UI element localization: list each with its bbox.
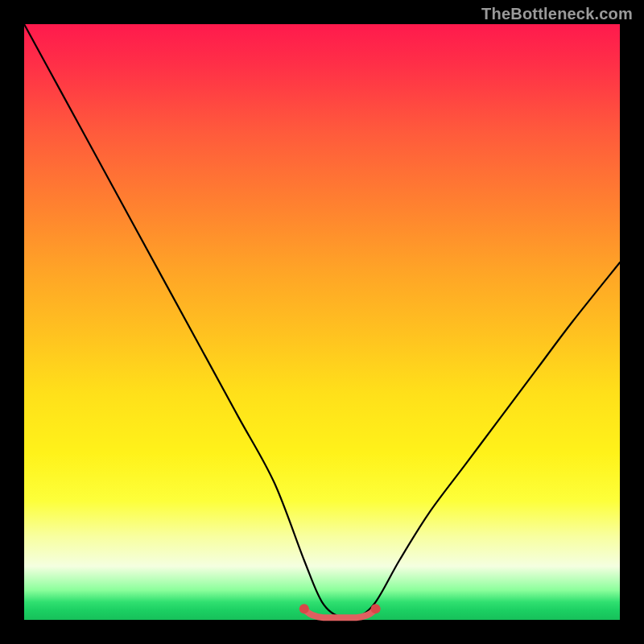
plot-area [24,24,620,620]
chart-stage: TheBottleneck.com [0,0,644,644]
bottleneck-curve-svg [24,24,620,620]
bottleneck-curve-line [24,24,620,619]
basin-endpoint-right-icon [371,604,381,613]
watermark-text: TheBottleneck.com [481,5,633,23]
basin-endpoint-left-icon [299,604,309,613]
basin-highlight [304,609,376,617]
